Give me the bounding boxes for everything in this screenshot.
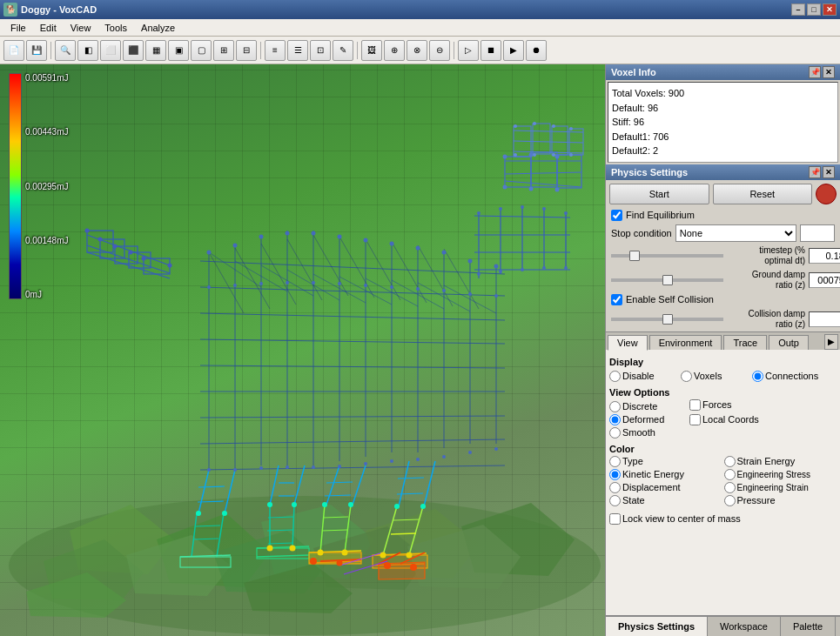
color-strain-energy-radio[interactable] — [724, 456, 736, 467]
view-smooth[interactable]: Smooth — [609, 427, 679, 439]
toolbar-btn-18[interactable]: ⏹ — [480, 40, 501, 61]
display-disable[interactable]: Disable — [609, 371, 679, 382]
display-voxels[interactable]: Voxels — [681, 371, 750, 382]
toolbar-btn-15[interactable]: ⊗ — [407, 40, 427, 61]
color-kinetic-energy-radio[interactable] — [609, 469, 621, 480]
svg-line-32 — [200, 416, 505, 418]
tab-environment[interactable]: Environment — [649, 335, 722, 350]
record-button[interactable] — [816, 184, 837, 204]
display-disable-radio[interactable] — [609, 371, 621, 382]
toolbar-save[interactable]: 💾 — [26, 40, 47, 61]
close-button[interactable]: ✕ — [823, 3, 837, 16]
collision-damp-row: Collision damp ratio (z) — [606, 307, 840, 331]
bottom-tab-palette[interactable]: Palette — [781, 617, 836, 636]
lock-view-checkbox[interactable] — [609, 513, 621, 525]
display-voxels-radio[interactable] — [681, 371, 692, 382]
bottom-tab-workspace[interactable]: Workspace — [708, 617, 781, 636]
tab-trace[interactable]: Trace — [723, 335, 767, 350]
toolbar-btn-17[interactable]: ▷ — [458, 40, 479, 61]
menu-file[interactable]: File — [3, 21, 33, 35]
reset-button[interactable]: Reset — [713, 184, 813, 204]
toolbar-btn-10[interactable]: ☰ — [287, 40, 308, 61]
toolbar-btn-7[interactable]: ⊞ — [213, 40, 234, 61]
tab-output[interactable]: Outp — [769, 335, 809, 350]
toolbar-btn-8[interactable]: ⊟ — [236, 40, 257, 61]
toolbar-btn-1[interactable]: ◧ — [77, 40, 98, 61]
color-engineering-stress[interactable]: Engineering Stress — [724, 469, 837, 480]
color-displacement-radio[interactable] — [609, 482, 621, 493]
display-connections[interactable]: Connections — [752, 371, 822, 382]
view-discrete[interactable]: Discrete — [609, 401, 679, 412]
color-engineering-stress-radio[interactable] — [724, 469, 736, 480]
view-discrete-radio[interactable] — [609, 401, 621, 412]
color-kinetic-energy[interactable]: Kinetic Energy — [609, 469, 722, 480]
view-deformed[interactable]: Deformed — [609, 414, 679, 425]
color-state[interactable]: State — [609, 495, 722, 506]
toolbar-zoom[interactable]: 🔍 — [55, 40, 76, 61]
maximize-button[interactable]: □ — [807, 3, 821, 16]
local-coords-checkbox[interactable] — [689, 414, 701, 425]
color-pressure[interactable]: Pressure — [724, 495, 837, 506]
physics-settings-close[interactable]: ✕ — [823, 166, 835, 178]
svg-point-157 — [494, 294, 498, 298]
color-type-radio[interactable] — [609, 456, 621, 467]
menu-edit[interactable]: Edit — [33, 21, 64, 35]
toolbar-btn-6[interactable]: ▢ — [191, 40, 212, 61]
toolbar-btn-11[interactable]: ⊡ — [310, 40, 331, 61]
start-button[interactable]: Start — [609, 184, 709, 204]
tab-view[interactable]: View — [608, 335, 648, 351]
stop-condition-select[interactable]: None Time Fitness Energy — [675, 224, 796, 242]
toolbar-btn-13[interactable]: 🖼 — [361, 40, 382, 61]
voxel-info-close[interactable]: ✕ — [823, 66, 835, 78]
toolbar-btn-14[interactable]: ⊕ — [384, 40, 405, 61]
menu-bar: File Edit View Tools Analyze — [0, 19, 840, 37]
ground-damp-row: Ground damp ratio (z) — [606, 268, 840, 292]
toolbar-btn-2[interactable]: ⬜ — [100, 40, 121, 61]
toolbar-btn-16[interactable]: ⊖ — [429, 40, 450, 61]
voxel-info-pin[interactable]: 📌 — [809, 66, 821, 78]
color-engineering-strain[interactable]: Engineering Strain — [724, 482, 837, 493]
menu-tools[interactable]: Tools — [97, 21, 134, 35]
view-deformed-radio[interactable] — [609, 414, 621, 425]
svg-point-175 — [222, 511, 227, 516]
svg-point-177 — [420, 504, 426, 509]
color-pressure-radio[interactable] — [724, 495, 736, 506]
menu-view[interactable]: View — [64, 21, 98, 35]
color-state-radio[interactable] — [609, 495, 621, 506]
timestep-slider[interactable] — [611, 254, 723, 258]
toolbar-btn-9[interactable]: ≡ — [265, 40, 286, 61]
viewport[interactable]: 0.00591mJ 0.00443mJ 0.00295mJ 0.00148mJ … — [0, 64, 605, 636]
svg-point-190 — [521, 205, 524, 209]
color-displacement[interactable]: Displacement — [609, 482, 722, 493]
forces-checkbox[interactable] — [689, 399, 701, 411]
svg-line-111 — [398, 478, 424, 479]
svg-point-154 — [416, 287, 420, 291]
find-equilibrium-checkbox[interactable] — [611, 210, 622, 221]
toolbar-btn-4[interactable]: ▦ — [145, 40, 166, 61]
toolbar-btn-5[interactable]: ▣ — [168, 40, 189, 61]
collision-damp-value[interactable] — [809, 311, 840, 327]
self-collision-checkbox[interactable] — [611, 294, 622, 305]
color-displacement-label: Displacement — [622, 482, 681, 492]
stop-condition-input[interactable] — [800, 224, 835, 242]
toolbar-btn-12[interactable]: ✎ — [333, 40, 353, 61]
color-strain-energy[interactable]: Strain Energy — [724, 456, 837, 467]
view-smooth-radio[interactable] — [609, 427, 621, 439]
menu-analyze[interactable]: Analyze — [134, 21, 182, 35]
toolbar-btn-3[interactable]: ⬛ — [123, 40, 144, 61]
physics-settings-pin[interactable]: 📌 — [809, 166, 821, 178]
minimize-button[interactable]: – — [791, 3, 805, 16]
toolbar-btn-19[interactable]: ▶ — [503, 40, 524, 61]
color-engineering-strain-radio[interactable] — [724, 482, 736, 493]
toolbar-btn-20[interactable]: ⏺ — [526, 40, 547, 61]
bottom-tab-physics[interactable]: Physics Settings — [606, 617, 708, 636]
ground-damp-slider[interactable] — [611, 278, 723, 282]
display-connections-radio[interactable] — [752, 371, 763, 382]
ground-damp-value[interactable] — [809, 272, 840, 288]
timestep-value[interactable] — [809, 248, 840, 264]
svg-line-112 — [397, 493, 423, 494]
collision-damp-slider[interactable] — [611, 318, 723, 321]
color-type[interactable]: Type — [609, 456, 722, 467]
tab-scroll-right[interactable]: ▶ — [824, 334, 838, 350]
toolbar-new[interactable]: 📄 — [3, 40, 24, 61]
